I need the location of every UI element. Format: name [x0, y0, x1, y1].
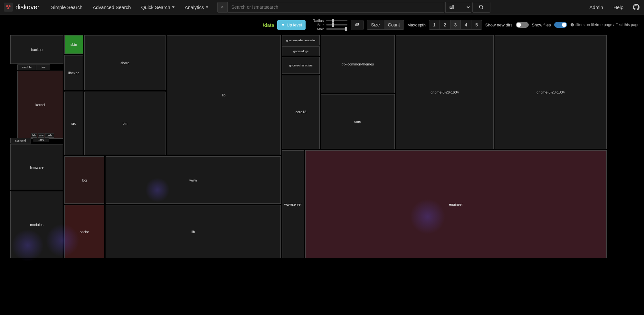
nav-right: Admin Help — [584, 0, 640, 15]
svg-point-3 — [479, 5, 482, 8]
treemap-cell-firmware[interactable]: firmware — [10, 144, 63, 190]
treemap-cell-systemd[interactable]: systemd — [10, 138, 31, 143]
treemap-cell-crda[interactable]: crda — [45, 133, 54, 138]
treemap-cell-kernel[interactable]: kernel — [17, 71, 63, 139]
search-group: × all — [217, 2, 490, 13]
treemap-cell-bin[interactable]: bin — [84, 92, 166, 155]
treemap-cell-share[interactable]: share — [84, 35, 166, 90]
controls-bar: /data Up level Radius Blur Max Size Coun… — [0, 15, 644, 35]
treemap-cell-ufw[interactable]: ufw — [38, 133, 44, 138]
up-level-button[interactable]: Up level — [277, 20, 306, 30]
treemap-cell-lsb[interactable]: lsb — [31, 133, 37, 138]
nav-links: Simple Search Advanced Search Quick Sear… — [46, 0, 213, 15]
treemap-cell-libexec[interactable]: libexec — [64, 55, 83, 90]
nav-analytics[interactable]: Analytics — [180, 0, 213, 15]
treemap-cell-udev[interactable]: udev — [33, 138, 49, 142]
svg-text:i: i — [572, 24, 573, 26]
treemap-cell-backup[interactable]: backup — [10, 35, 63, 64]
depth-1[interactable]: 1 — [429, 20, 440, 30]
treemap-cell-bus[interactable]: bus — [36, 64, 50, 70]
radius-label: Radius — [311, 19, 324, 23]
treemap-cell-lib[interactable]: lib — [167, 35, 281, 155]
brand-logo-icon — [4, 3, 13, 12]
filter-info: i filters on filetree page affect this p… — [570, 23, 639, 27]
sliders: Radius Blur Max — [311, 19, 347, 31]
blur-label: Blur — [311, 23, 324, 27]
nav-help[interactable]: Help — [608, 0, 629, 15]
maxdepth-group: 1 2 3 4 5 — [429, 20, 482, 30]
treemap-cell-engineer[interactable]: engineer — [305, 150, 607, 258]
show-new-dirs-toggle[interactable] — [516, 22, 529, 28]
radius-slider[interactable] — [326, 20, 347, 21]
maxdepth-label: Maxdepth — [407, 23, 426, 27]
treemap: backupmodulebuskernelsystemdlsbufwcrdaud… — [5, 35, 639, 309]
search-icon — [479, 5, 484, 10]
nav-quick-search[interactable]: Quick Search — [136, 0, 179, 15]
up-arrow-icon — [281, 23, 285, 27]
max-slider[interactable] — [326, 28, 347, 30]
nav-simple-search[interactable]: Simple Search — [46, 0, 88, 15]
treemap-cell-www[interactable]: www — [106, 156, 281, 204]
svg-point-2 — [7, 7, 9, 9]
size-button[interactable]: Size — [367, 20, 384, 30]
svg-line-4 — [482, 8, 483, 9]
treemap-cell-modules[interactable]: modules — [10, 191, 63, 258]
info-icon: i — [570, 23, 574, 27]
navbar: diskover Simple Search Advanced Search Q… — [0, 0, 644, 15]
search-input[interactable] — [228, 2, 444, 13]
depth-5[interactable]: 5 — [471, 20, 482, 30]
show-new-dirs-label: Show new dirs — [485, 23, 513, 27]
clear-search-button[interactable]: × — [217, 2, 228, 13]
treemap-cell-lib2[interactable]: lib — [106, 205, 281, 258]
treemap-cell-sbin[interactable]: sbin — [64, 35, 83, 54]
treemap-cell-core[interactable]: core — [321, 94, 395, 149]
nav-admin[interactable]: Admin — [584, 0, 609, 15]
caret-down-icon — [206, 6, 208, 8]
treemap-cell-module[interactable]: module — [17, 64, 36, 70]
treemap-cell-cache[interactable]: cache — [64, 205, 104, 258]
depth-3[interactable]: 3 — [450, 20, 461, 30]
treemap-cell-gnome-3-26-1604[interactable]: gnome-3-26-1604 — [396, 35, 494, 149]
count-button[interactable]: Count — [384, 20, 404, 30]
treemap-cell-src[interactable]: src — [64, 92, 83, 155]
treemap-cell-wwwserver[interactable]: wwwserver — [282, 150, 304, 258]
depth-4[interactable]: 4 — [460, 20, 471, 30]
brand-name: diskover — [15, 4, 39, 11]
refresh-icon — [355, 22, 359, 27]
search-button[interactable] — [472, 2, 490, 13]
treemap-cell-gnome-characters[interactable]: gnome-characters — [282, 57, 320, 74]
svg-point-0 — [6, 5, 8, 7]
treemap-cell-gtk-common-themes[interactable]: gtk-common-themes — [321, 35, 395, 93]
size-count-group: Size Count — [367, 20, 404, 30]
current-path: /data — [263, 22, 274, 28]
nav-advanced-search[interactable]: Advanced Search — [88, 0, 136, 15]
filter-select[interactable]: all — [445, 2, 471, 13]
treemap-cell-log[interactable]: log — [64, 156, 104, 204]
show-files-label: Show files — [532, 23, 551, 27]
treemap-cell-gnome-system-monitor[interactable]: gnome-system-monitor — [282, 35, 320, 45]
treemap-cell-gnome-logs[interactable]: gnome-logs — [282, 46, 320, 56]
caret-down-icon — [172, 6, 175, 8]
brand[interactable]: diskover — [4, 3, 39, 12]
github-icon[interactable] — [632, 3, 640, 11]
refresh-button[interactable] — [351, 20, 364, 30]
depth-2[interactable]: 2 — [440, 20, 450, 30]
show-files-toggle[interactable] — [554, 22, 567, 28]
max-label: Max — [311, 27, 324, 31]
treemap-cell-gnome-3-28-1804[interactable]: gnome-3-28-1804 — [495, 35, 607, 149]
blur-slider[interactable] — [326, 24, 347, 25]
svg-point-1 — [9, 5, 11, 7]
treemap-cell-core18[interactable]: core18 — [282, 75, 320, 149]
